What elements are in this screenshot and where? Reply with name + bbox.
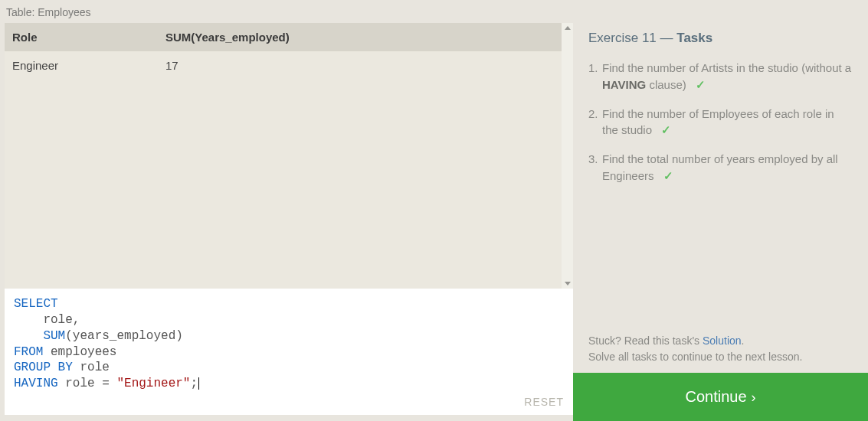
- hint-pre: Stuck? Read this task's: [588, 335, 703, 347]
- token-groupby: GROUP BY: [14, 361, 73, 374]
- token-col1: role,: [43, 313, 80, 327]
- scroll-down-icon[interactable]: [565, 282, 571, 286]
- task-item: 3. Find the total number of years employ…: [588, 151, 853, 184]
- column-header-role: Role: [12, 31, 165, 44]
- task-item: 2. Find the number of Employees of each …: [588, 106, 853, 139]
- token-table: employees: [51, 345, 116, 359]
- continue-label: Continue: [685, 388, 746, 405]
- sql-editor[interactable]: SELECT role, SUM(years_employed) FROM em…: [5, 289, 573, 415]
- check-icon: ✓: [661, 123, 671, 136]
- cell-role: Engineer: [12, 59, 165, 72]
- task-text: Find the total number of years employed …: [602, 151, 853, 184]
- column-header-sum: SUM(Years_employed): [165, 31, 565, 44]
- token-semi: ;: [190, 377, 198, 390]
- scrollbar[interactable]: [562, 23, 573, 289]
- result-header-row: Role SUM(Years_employed): [5, 23, 573, 51]
- table-name-label: Table: Employees: [5, 5, 573, 23]
- left-pane: Table: Employees Role SUM(Years_employed…: [0, 0, 573, 421]
- exercise-title-prefix: Exercise 11 —: [588, 31, 673, 45]
- task-item: 1. Find the number of Artists in the stu…: [588, 60, 853, 93]
- task-list: 1. Find the number of Artists in the stu…: [588, 60, 853, 197]
- task-number: 2.: [588, 106, 602, 139]
- hint-block: Stuck? Read this task's Solution. Solve …: [588, 333, 853, 373]
- token-sum-fn: SUM: [43, 329, 65, 343]
- scroll-up-icon[interactable]: [565, 26, 571, 30]
- task-text: Find the number of Artists in the studio…: [602, 60, 853, 93]
- check-icon: ✓: [696, 78, 706, 91]
- task-number: 1.: [588, 60, 602, 93]
- exercise-title: Exercise 11 — Tasks: [588, 31, 853, 46]
- exercise-title-suffix: Tasks: [676, 31, 712, 45]
- chevron-right-icon: ›: [752, 390, 756, 405]
- hint-post: .: [742, 335, 745, 347]
- token-gb-col: role: [80, 361, 109, 374]
- continue-button[interactable]: Continue›: [573, 373, 868, 421]
- reset-button[interactable]: RESET: [524, 395, 564, 409]
- token-select: SELECT: [14, 297, 58, 311]
- token-sum-arg: (years_employed): [65, 329, 183, 343]
- right-pane: Exercise 11 — Tasks 1. Find the number o…: [573, 0, 868, 421]
- token-string: "Engineer": [116, 377, 190, 390]
- table-row: Engineer 17: [5, 51, 573, 80]
- query-result-panel: Role SUM(Years_employed) Engineer 17: [5, 23, 573, 289]
- cell-sum: 17: [165, 59, 565, 72]
- token-from: FROM: [14, 345, 43, 359]
- task-text: Find the number of Employees of each rol…: [602, 106, 853, 139]
- app-container: Table: Employees Role SUM(Years_employed…: [0, 0, 868, 421]
- hint-line2: Solve all tasks to continue to the next …: [588, 351, 802, 363]
- token-hv-col: role =: [65, 377, 110, 390]
- check-icon: ✓: [663, 169, 673, 182]
- token-having: HAVING: [14, 377, 58, 390]
- solution-link[interactable]: Solution: [703, 335, 742, 347]
- text-cursor: [198, 377, 199, 390]
- task-number: 3.: [588, 151, 602, 184]
- result-body: Engineer 17: [5, 51, 573, 289]
